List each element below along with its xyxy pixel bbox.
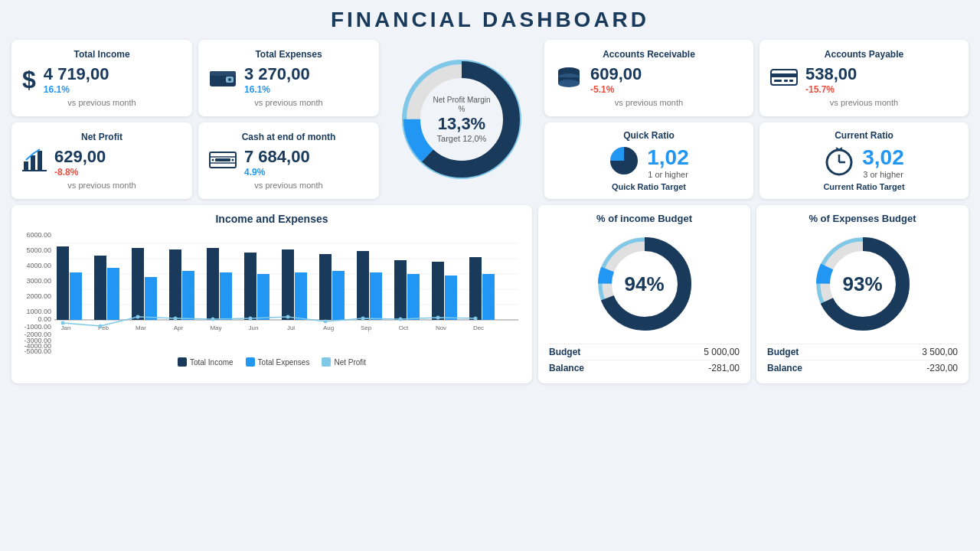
svg-rect-86: [469, 257, 482, 320]
svg-text:1000.00: 1000.00: [26, 308, 51, 315]
kpi-net-profit-vs: vs previous month: [22, 181, 181, 190]
svg-point-13: [232, 158, 234, 161]
kpi-current-ratio: Current Ratio 3,02 3 or higher Curren: [760, 122, 969, 199]
svg-rect-4: [24, 161, 28, 171]
svg-rect-26: [784, 80, 788, 82]
svg-rect-6: [38, 151, 42, 171]
svg-rect-66: [220, 272, 232, 320]
bar-chart-icon: [22, 148, 47, 178]
current-ratio-value: 3,02: [862, 145, 904, 170]
svg-rect-83: [432, 262, 444, 320]
svg-rect-54: [70, 272, 82, 320]
expenses-budget-card: % of Expenses Budget 93% Budget 3 500,00: [756, 205, 969, 383]
svg-point-12: [212, 158, 214, 161]
accounts-payable-vs: vs previous month: [770, 98, 958, 107]
credit-card-icon: [770, 67, 798, 93]
svg-point-99: [436, 316, 440, 320]
timer-icon: [824, 145, 854, 179]
kpi-total-income-value: 4 719,00: [44, 64, 109, 84]
kpi-total-income: Total Income $ 4 719,00 16.1% vs previou…: [11, 40, 192, 116]
kpi-total-income-title: Total Income: [22, 49, 181, 60]
svg-rect-57: [107, 268, 119, 320]
income-expenses-chart: Income and Expenses 6000.00 5000.00 4000…: [11, 205, 532, 383]
kpi-accounts-receivable: Accounts Receivable 609,00 -5.1% vs p: [544, 40, 753, 116]
svg-text:3000.00: 3000.00: [26, 277, 51, 285]
kpi-cash-end-month-change: 4.9%: [244, 167, 310, 178]
svg-text:Jun: Jun: [249, 324, 259, 331]
wallet-icon: [209, 67, 237, 93]
svg-point-3: [228, 78, 231, 81]
kpi-cash-end-month-value: 7 684,00: [244, 147, 310, 167]
kpi-total-expenses-title: Total Expenses: [209, 49, 368, 60]
pie-chart-icon: [609, 145, 639, 179]
svg-rect-80: [394, 260, 407, 320]
chart-title: Income and Expenses: [22, 213, 521, 225]
expenses-balance-label: Balance: [767, 363, 802, 373]
cash-icon: [209, 149, 237, 176]
kpi-accounts-payable: Accounts Payable 538,00 -15.7% vs pre: [760, 40, 969, 116]
expenses-balance-value: -230,00: [926, 363, 958, 373]
expenses-budget-label: Budget: [767, 347, 799, 357]
accounts-payable-title: Accounts Payable: [770, 49, 958, 60]
svg-rect-60: [145, 277, 157, 320]
accounts-payable-change: -15.7%: [805, 84, 857, 95]
expenses-budget-pct: 93%: [842, 272, 882, 296]
current-ratio-footer: Current Ratio Target: [770, 182, 958, 191]
expenses-budget-info: Budget 3 500,00 Balance -230,00: [767, 344, 958, 376]
accounts-receivable-title: Accounts Receivable: [555, 49, 743, 60]
svg-text:Dec: Dec: [473, 324, 484, 331]
quick-ratio-title: Quick Ratio: [555, 130, 743, 141]
quick-ratio-value: 1,02: [647, 145, 689, 170]
svg-text:Apr: Apr: [174, 324, 184, 331]
svg-text:Jul: Jul: [287, 324, 295, 331]
svg-point-92: [174, 317, 178, 321]
svg-text:-5000.00: -5000.00: [24, 347, 51, 354]
kpi-cash-end-month-vs: vs previous month: [209, 181, 368, 190]
svg-point-98: [399, 318, 403, 321]
quick-ratio-footer: Quick Ratio Target: [555, 182, 743, 191]
svg-rect-5: [31, 155, 35, 171]
svg-point-96: [324, 320, 328, 324]
svg-point-93: [211, 318, 215, 321]
expenses-budget-value: 3 500,00: [922, 347, 958, 357]
svg-rect-24: [771, 73, 797, 77]
svg-text:Jan: Jan: [61, 324, 71, 331]
page-title: FINANCIAL DASHBOARD: [11, 8, 969, 32]
svg-point-97: [361, 317, 365, 321]
expenses-budget-title: % of Expenses Budget: [808, 213, 916, 224]
accounts-payable-value: 538,00: [805, 64, 857, 84]
svg-rect-25: [774, 80, 782, 82]
legend-income-dot: [178, 357, 187, 367]
svg-rect-56: [94, 256, 106, 320]
legend-total-expenses: Total Expenses: [246, 357, 310, 367]
svg-rect-72: [295, 272, 307, 320]
svg-rect-63: [182, 271, 194, 320]
income-budget-title: % of income Budget: [596, 213, 692, 224]
svg-rect-62: [169, 249, 181, 320]
svg-text:Mar: Mar: [136, 324, 146, 331]
svg-rect-69: [257, 274, 270, 320]
accounts-receivable-change: -5.1%: [590, 84, 642, 95]
svg-rect-71: [282, 249, 294, 320]
svg-point-94: [249, 317, 253, 321]
quick-ratio-target: 1 or higher: [647, 170, 689, 179]
svg-rect-27: [789, 80, 793, 82]
svg-rect-77: [357, 251, 369, 320]
income-balance-value: -281,00: [708, 363, 740, 373]
kpi-net-profit-title: Net Profit: [22, 132, 181, 142]
income-budget-info: Budget 5 000,00 Balance -281,00: [549, 344, 740, 376]
svg-rect-59: [132, 248, 144, 320]
income-budget-value: 5 000,00: [704, 347, 740, 357]
svg-text:-1000.00: -1000.00: [24, 323, 51, 331]
svg-rect-53: [57, 246, 69, 320]
kpi-total-income-vs: vs previous month: [22, 98, 181, 107]
svg-text:6000.00: 6000.00: [26, 231, 51, 239]
svg-text:May: May: [210, 324, 221, 331]
net-profit-margin-donut: Net Profit Margin % 13,3% Target 12,0%: [385, 40, 538, 199]
svg-text:0.00: 0.00: [38, 315, 51, 323]
accounts-receivable-value: 609,00: [590, 64, 642, 84]
donut-label: Net Profit Margin %: [430, 96, 495, 114]
donut-value: 13,3%: [430, 114, 495, 134]
svg-text:Aug: Aug: [323, 324, 334, 331]
svg-point-100: [474, 317, 478, 321]
